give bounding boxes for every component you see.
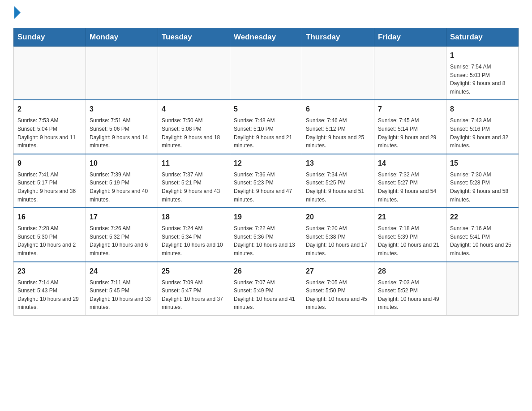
calendar-cell: 18Sunrise: 7:24 AM Sunset: 5:34 PM Dayli… xyxy=(158,208,230,261)
day-number: 5 xyxy=(234,104,298,115)
day-number: 21 xyxy=(378,212,442,223)
calendar-cell: 9Sunrise: 7:41 AM Sunset: 5:17 PM Daylig… xyxy=(14,154,86,208)
day-info: Sunrise: 7:51 AM Sunset: 5:06 PM Dayligh… xyxy=(90,116,154,150)
calendar-cell: 20Sunrise: 7:20 AM Sunset: 5:38 PM Dayli… xyxy=(302,208,374,261)
calendar-cell: 15Sunrise: 7:30 AM Sunset: 5:28 PM Dayli… xyxy=(446,154,519,208)
day-number: 10 xyxy=(90,158,154,169)
calendar-cell xyxy=(158,47,230,100)
day-of-week-header: Saturday xyxy=(446,28,519,47)
day-number: 3 xyxy=(90,104,154,115)
calendar-cell: 8Sunrise: 7:43 AM Sunset: 5:16 PM Daylig… xyxy=(446,100,519,154)
calendar-cell: 26Sunrise: 7:07 AM Sunset: 5:49 PM Dayli… xyxy=(230,262,302,316)
day-number: 2 xyxy=(17,104,82,115)
calendar-cell xyxy=(374,47,446,100)
day-info: Sunrise: 7:39 AM Sunset: 5:19 PM Dayligh… xyxy=(90,171,154,204)
day-info: Sunrise: 7:11 AM Sunset: 5:45 PM Dayligh… xyxy=(90,278,154,312)
day-info: Sunrise: 7:09 AM Sunset: 5:47 PM Dayligh… xyxy=(162,278,226,312)
day-info: Sunrise: 7:37 AM Sunset: 5:21 PM Dayligh… xyxy=(162,171,226,204)
calendar-cell: 3Sunrise: 7:51 AM Sunset: 5:06 PM Daylig… xyxy=(86,100,158,154)
calendar-cell: 21Sunrise: 7:18 AM Sunset: 5:39 PM Dayli… xyxy=(374,208,446,261)
day-of-week-header: Thursday xyxy=(302,28,374,47)
calendar-cell: 12Sunrise: 7:36 AM Sunset: 5:23 PM Dayli… xyxy=(230,154,302,208)
page-header xyxy=(13,9,519,19)
day-header-row: SundayMondayTuesdayWednesdayThursdayFrid… xyxy=(14,28,519,47)
calendar-cell: 17Sunrise: 7:26 AM Sunset: 5:32 PM Dayli… xyxy=(86,208,158,261)
calendar-cell xyxy=(446,262,519,316)
calendar-cell: 25Sunrise: 7:09 AM Sunset: 5:47 PM Dayli… xyxy=(158,262,230,316)
day-number: 23 xyxy=(17,266,82,277)
day-number: 25 xyxy=(162,266,226,277)
day-number: 6 xyxy=(306,104,370,115)
day-info: Sunrise: 7:43 AM Sunset: 5:16 PM Dayligh… xyxy=(450,116,515,150)
day-info: Sunrise: 7:48 AM Sunset: 5:10 PM Dayligh… xyxy=(234,116,298,150)
day-number: 20 xyxy=(306,212,370,223)
calendar-cell: 2Sunrise: 7:53 AM Sunset: 5:04 PM Daylig… xyxy=(14,100,86,154)
calendar-cell: 11Sunrise: 7:37 AM Sunset: 5:21 PM Dayli… xyxy=(158,154,230,208)
day-number: 28 xyxy=(378,266,442,277)
day-info: Sunrise: 7:16 AM Sunset: 5:41 PM Dayligh… xyxy=(450,224,515,257)
day-of-week-header: Sunday xyxy=(14,28,86,47)
day-number: 1 xyxy=(450,50,515,61)
calendar-cell: 4Sunrise: 7:50 AM Sunset: 5:08 PM Daylig… xyxy=(158,100,230,154)
calendar-cell: 14Sunrise: 7:32 AM Sunset: 5:27 PM Dayli… xyxy=(374,154,446,208)
calendar-cell xyxy=(302,47,374,100)
day-number: 13 xyxy=(306,158,370,169)
day-number: 27 xyxy=(306,266,370,277)
day-info: Sunrise: 7:36 AM Sunset: 5:23 PM Dayligh… xyxy=(234,171,298,204)
day-of-week-header: Friday xyxy=(374,28,446,47)
week-row: 23Sunrise: 7:14 AM Sunset: 5:43 PM Dayli… xyxy=(14,262,519,316)
day-number: 26 xyxy=(234,266,298,277)
day-info: Sunrise: 7:53 AM Sunset: 5:04 PM Dayligh… xyxy=(17,116,82,150)
week-row: 2Sunrise: 7:53 AM Sunset: 5:04 PM Daylig… xyxy=(14,100,519,154)
day-number: 24 xyxy=(90,266,154,277)
logo-arrow-icon xyxy=(14,6,21,19)
week-row: 16Sunrise: 7:28 AM Sunset: 5:30 PM Dayli… xyxy=(14,208,519,261)
day-info: Sunrise: 7:18 AM Sunset: 5:39 PM Dayligh… xyxy=(378,224,442,257)
week-row: 9Sunrise: 7:41 AM Sunset: 5:17 PM Daylig… xyxy=(14,154,519,208)
day-info: Sunrise: 7:30 AM Sunset: 5:28 PM Dayligh… xyxy=(450,171,515,204)
day-info: Sunrise: 7:50 AM Sunset: 5:08 PM Dayligh… xyxy=(162,116,226,150)
day-of-week-header: Tuesday xyxy=(158,28,230,47)
calendar-cell: 19Sunrise: 7:22 AM Sunset: 5:36 PM Dayli… xyxy=(230,208,302,261)
day-info: Sunrise: 7:41 AM Sunset: 5:17 PM Dayligh… xyxy=(17,171,82,204)
day-number: 7 xyxy=(378,104,442,115)
logo xyxy=(13,9,21,19)
day-number: 15 xyxy=(450,158,515,169)
day-number: 22 xyxy=(450,212,515,223)
calendar-cell xyxy=(14,47,86,100)
day-info: Sunrise: 7:45 AM Sunset: 5:14 PM Dayligh… xyxy=(378,116,442,150)
day-info: Sunrise: 7:28 AM Sunset: 5:30 PM Dayligh… xyxy=(17,224,82,257)
calendar-cell: 28Sunrise: 7:03 AM Sunset: 5:52 PM Dayli… xyxy=(374,262,446,316)
day-number: 9 xyxy=(17,158,82,169)
calendar-cell: 6Sunrise: 7:46 AM Sunset: 5:12 PM Daylig… xyxy=(302,100,374,154)
day-number: 4 xyxy=(162,104,226,115)
calendar-cell: 7Sunrise: 7:45 AM Sunset: 5:14 PM Daylig… xyxy=(374,100,446,154)
calendar-cell: 5Sunrise: 7:48 AM Sunset: 5:10 PM Daylig… xyxy=(230,100,302,154)
day-info: Sunrise: 7:54 AM Sunset: 5:03 PM Dayligh… xyxy=(450,63,515,96)
day-of-week-header: Wednesday xyxy=(230,28,302,47)
day-number: 8 xyxy=(450,104,515,115)
day-info: Sunrise: 7:34 AM Sunset: 5:25 PM Dayligh… xyxy=(306,171,370,204)
day-info: Sunrise: 7:24 AM Sunset: 5:34 PM Dayligh… xyxy=(162,224,226,257)
day-number: 12 xyxy=(234,158,298,169)
calendar-table: SundayMondayTuesdayWednesdayThursdayFrid… xyxy=(13,28,519,316)
day-info: Sunrise: 7:03 AM Sunset: 5:52 PM Dayligh… xyxy=(378,278,442,312)
day-number: 11 xyxy=(162,158,226,169)
day-info: Sunrise: 7:14 AM Sunset: 5:43 PM Dayligh… xyxy=(17,278,82,312)
day-info: Sunrise: 7:20 AM Sunset: 5:38 PM Dayligh… xyxy=(306,224,370,257)
day-number: 14 xyxy=(378,158,442,169)
calendar-cell xyxy=(86,47,158,100)
calendar-cell: 10Sunrise: 7:39 AM Sunset: 5:19 PM Dayli… xyxy=(86,154,158,208)
calendar-cell: 27Sunrise: 7:05 AM Sunset: 5:50 PM Dayli… xyxy=(302,262,374,316)
day-info: Sunrise: 7:22 AM Sunset: 5:36 PM Dayligh… xyxy=(234,224,298,257)
calendar-cell: 16Sunrise: 7:28 AM Sunset: 5:30 PM Dayli… xyxy=(14,208,86,261)
day-number: 16 xyxy=(17,212,82,223)
day-info: Sunrise: 7:46 AM Sunset: 5:12 PM Dayligh… xyxy=(306,116,370,150)
calendar-cell: 22Sunrise: 7:16 AM Sunset: 5:41 PM Dayli… xyxy=(446,208,519,261)
day-of-week-header: Monday xyxy=(86,28,158,47)
day-info: Sunrise: 7:32 AM Sunset: 5:27 PM Dayligh… xyxy=(378,171,442,204)
week-row: 1Sunrise: 7:54 AM Sunset: 5:03 PM Daylig… xyxy=(14,47,519,100)
day-info: Sunrise: 7:07 AM Sunset: 5:49 PM Dayligh… xyxy=(234,278,298,312)
day-info: Sunrise: 7:26 AM Sunset: 5:32 PM Dayligh… xyxy=(90,224,154,257)
day-number: 19 xyxy=(234,212,298,223)
